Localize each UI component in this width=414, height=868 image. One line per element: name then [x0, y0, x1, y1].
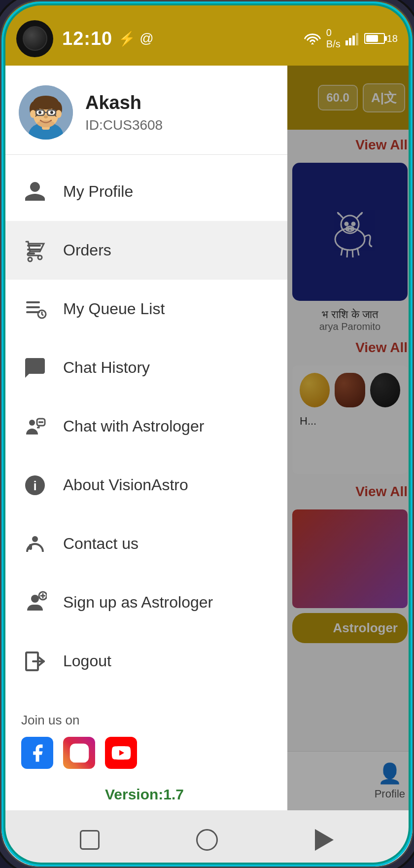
svg-point-16 — [50, 111, 53, 114]
info-icon: i — [21, 471, 48, 499]
orders-label: Orders — [63, 241, 111, 259]
svg-point-20 — [44, 115, 48, 118]
drawer-header: Akash ID:CUS3608 — [1, 66, 287, 155]
logout-icon — [21, 648, 48, 675]
svg-rect-25 — [26, 301, 40, 303]
contact-us-label: Contact us — [63, 535, 138, 553]
user-name: Akash — [85, 92, 163, 113]
menu-item-orders[interactable]: Orders — [1, 221, 287, 280]
phone-frame: 12:10 ⚡ @ 0B/s — [0, 0, 414, 868]
triangle-icon — [315, 829, 334, 851]
svg-rect-3 — [356, 33, 358, 45]
status-bar: 12:10 ⚡ @ 0B/s — [1, 1, 413, 66]
queue-icon — [21, 295, 48, 323]
menu-item-logout[interactable]: Logout — [1, 632, 287, 690]
sign-up-as-astrologer-label: Sign up as Astrologer — [63, 593, 213, 612]
user-id: ID:CUS3608 — [85, 117, 163, 133]
instagram-icon[interactable] — [63, 737, 95, 769]
svg-rect-23 — [27, 249, 41, 251]
usb-icon: ⚡ — [118, 31, 136, 47]
user-avatar — [19, 85, 73, 140]
svg-point-33 — [41, 421, 43, 423]
recent-apps-button[interactable] — [75, 825, 104, 855]
menu-item-chat-with-astrologer[interactable]: Chat with Astrologer — [1, 397, 287, 456]
social-section: Join us on — [1, 698, 287, 810]
svg-point-36 — [32, 536, 38, 542]
svg-rect-26 — [26, 306, 40, 308]
logout-label: Logout — [63, 652, 111, 670]
menu-item-about-vision-astro[interactable]: i About VisionAstro — [1, 456, 287, 514]
status-time: 12:10 — [62, 28, 112, 49]
version-text: Version:1.7 — [21, 781, 268, 810]
network-speed: 0B/s — [326, 27, 341, 50]
status-right: 0B/s 18 — [304, 27, 398, 50]
battery-level: 18 — [387, 33, 398, 44]
square-icon — [80, 830, 100, 850]
battery-icon: 18 — [364, 33, 398, 44]
svg-text:i: i — [33, 478, 36, 493]
menu-item-chat-history[interactable]: Chat History — [1, 338, 287, 397]
svg-rect-2 — [352, 36, 355, 45]
back-button[interactable] — [310, 825, 339, 855]
social-icons — [21, 737, 268, 769]
svg-point-44 — [83, 747, 85, 749]
my-profile-label: My Profile — [63, 182, 133, 201]
at-icon: @ — [139, 31, 153, 46]
menu-list: My Profile Orders — [1, 155, 287, 698]
about-vision-astro-label: About VisionAstro — [63, 476, 188, 494]
signup-icon — [21, 589, 48, 616]
menu-item-contact-us[interactable]: Contact us — [1, 514, 287, 573]
svg-point-21 — [37, 120, 55, 127]
svg-point-11 — [30, 110, 36, 118]
svg-rect-37 — [29, 544, 32, 550]
circle-icon — [196, 829, 218, 851]
screen-content: Akash ID:CUS3608 My Profile — [1, 66, 413, 810]
signal-icon — [345, 32, 359, 45]
person-icon — [21, 178, 48, 205]
youtube-icon[interactable] — [105, 737, 137, 769]
menu-item-my-queue-list[interactable]: My Queue List — [1, 280, 287, 338]
orders-icon — [21, 237, 48, 264]
join-text: Join us on — [21, 713, 268, 728]
svg-rect-1 — [349, 38, 351, 45]
svg-point-43 — [76, 750, 83, 757]
my-queue-list-label: My Queue List — [63, 300, 165, 318]
menu-item-my-profile[interactable]: My Profile — [1, 162, 287, 221]
camera — [16, 20, 53, 57]
menu-item-sign-up-as-astrologer[interactable]: Sign up as Astrologer — [1, 573, 287, 632]
drawer-menu: Akash ID:CUS3608 My Profile — [1, 66, 287, 810]
chat-history-label: Chat History — [63, 359, 150, 377]
user-info: Akash ID:CUS3608 — [85, 92, 163, 133]
status-icons: ⚡ @ — [118, 31, 153, 47]
facebook-icon[interactable] — [21, 737, 53, 769]
svg-point-12 — [56, 110, 62, 118]
svg-rect-24 — [27, 253, 35, 254]
camera-lens — [23, 26, 47, 51]
home-button[interactable] — [192, 825, 222, 855]
svg-rect-0 — [345, 40, 348, 45]
system-nav-bar — [1, 810, 413, 868]
svg-point-29 — [29, 420, 35, 426]
chat-with-astrologer-label: Chat with Astrologer — [63, 417, 204, 435]
wifi-icon — [304, 32, 321, 45]
support-icon — [21, 530, 48, 557]
chat-astrologer-icon — [21, 413, 48, 440]
svg-point-38 — [31, 595, 39, 603]
svg-rect-22 — [27, 245, 41, 247]
svg-point-15 — [38, 111, 41, 114]
chat-history-icon — [21, 354, 48, 381]
